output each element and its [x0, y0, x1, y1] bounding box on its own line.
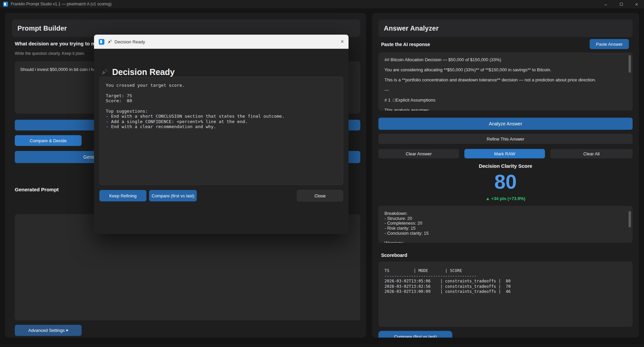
refine-answer-button[interactable]: Refine This Answer — [378, 134, 633, 144]
app-window: Franklin Prompt Studio v1.1 — pixelmatch… — [0, 0, 644, 347]
window-bottom-divider — [0, 345, 644, 345]
breakdown-scrollbar[interactable] — [629, 211, 631, 227]
response-textarea[interactable]: ## Bitcoin Allocation Decision — $50,000… — [378, 52, 633, 111]
mark-raw-button[interactable]: Mark RAW — [464, 149, 545, 158]
window-title: Franklin Prompt Studio v1.1 — pixelmatch… — [11, 2, 111, 6]
response-text: ## Bitcoin Allocation Decision — $50,000… — [384, 57, 624, 111]
breakdown-box[interactable]: Breakdown: - Structure: 20 - Completenes… — [378, 206, 633, 243]
minimize-button[interactable]: – — [599, 0, 612, 8]
paste-response-label: Paste the AI response — [381, 42, 430, 47]
answer-analyzer-title: Answer Analyzer — [384, 25, 439, 32]
prompt-builder-title: Prompt Builder — [17, 25, 67, 32]
advanced-settings-button[interactable]: Advanced Settings ▾ — [15, 325, 82, 336]
breakdown-text: Breakdown: - Structure: 20 - Completenes… — [384, 211, 624, 243]
close-button[interactable]: × — [630, 0, 643, 8]
modal-titlebar[interactable]: Decision Ready × — [94, 35, 349, 49]
modal-app-icon — [99, 39, 104, 45]
modal-message-text: You crossed your target score. Target: 7… — [106, 83, 337, 129]
modal-heading: Decision Ready — [101, 67, 175, 77]
modal-close-icon[interactable]: × — [341, 39, 344, 45]
decision-ready-modal: Decision Ready × Decision Ready You cros… — [94, 35, 349, 234]
modal-title: Decision Ready — [114, 39, 145, 44]
clarity-score-value: 80 — [372, 170, 639, 193]
answer-analyzer-header: Answer Analyzer — [378, 20, 633, 37]
paste-answer-button[interactable]: Paste Answer — [590, 39, 629, 49]
response-scrollbar[interactable] — [629, 55, 631, 73]
compare-first-last-button[interactable]: Compare (first vs last) — [149, 190, 197, 201]
modal-heading-text: Decision Ready — [112, 67, 175, 77]
clarity-score-delta: ▲ +34 pts (+73.9%) — [372, 196, 639, 201]
window-titlebar: Franklin Prompt Studio v1.1 — pixelmatch… — [0, 0, 644, 8]
analyze-answer-button[interactable]: Analyze Answer — [378, 118, 633, 130]
clarity-score-label: Decision Clarity Score — [372, 163, 639, 169]
app-icon — [3, 2, 8, 7]
celebration-icon — [107, 39, 112, 44]
compare-first-last-bottom-button[interactable]: Compare (first vs last) — [378, 331, 452, 338]
generated-prompt-label: Generated Prompt — [15, 187, 59, 192]
question-label: What decision are you trying to make? — [15, 41, 107, 46]
maximize-icon — [620, 3, 623, 6]
scoreboard-label: Scoreboard — [381, 253, 407, 258]
clear-all-button[interactable]: Clear All — [550, 149, 633, 158]
modal-body: Decision Ready You crossed your target s… — [94, 49, 349, 234]
scoreboard-text: TS | MODE | SCORE ----------------------… — [384, 268, 627, 295]
maximize-button[interactable] — [614, 0, 628, 8]
keep-refining-button[interactable]: Keep Refining — [99, 190, 146, 201]
compare-decide-button[interactable]: Compare & Decide — [15, 135, 82, 146]
question-hint: Write the question clearly. Keep it plai… — [15, 51, 85, 56]
scoreboard-box: TS | MODE | SCORE ----------------------… — [378, 262, 633, 327]
clear-answer-button[interactable]: Clear Answer — [378, 149, 459, 158]
modal-message-box: You crossed your target score. Target: 7… — [99, 77, 343, 185]
answer-analyzer-panel: Answer Analyzer Paste the AI response Pa… — [372, 13, 639, 338]
celebration-icon — [101, 69, 108, 76]
modal-close-action-button[interactable]: Close — [297, 190, 343, 201]
generate-button-label: Gene — [15, 154, 95, 160]
